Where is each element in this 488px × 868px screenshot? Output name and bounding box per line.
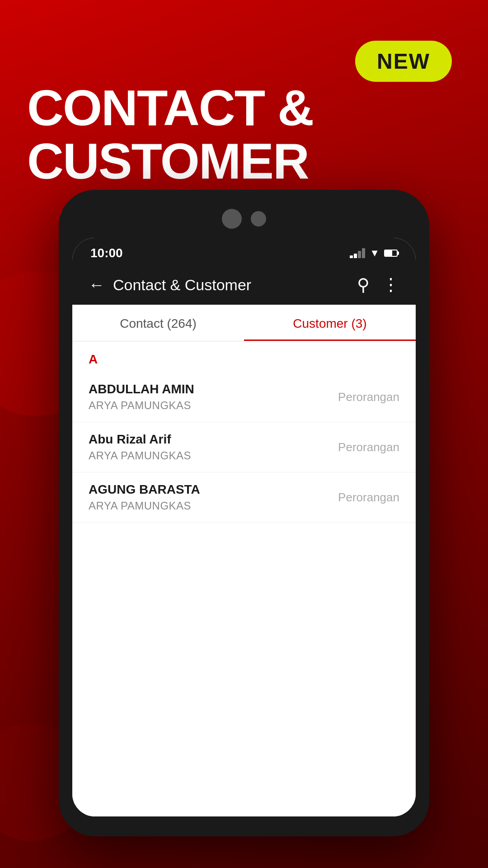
page-main-title: CONTACT & CUSTOMER	[27, 81, 488, 188]
status-bar: 10:00 ▼	[72, 238, 416, 265]
contact-item[interactable]: Abu Rizal Arif ARYA PAMUNGKAS Perorangan	[72, 422, 416, 472]
app-bar: ← Contact & Customer ⚲ ⋮	[72, 265, 416, 305]
app-bar-actions: ⚲ ⋮	[357, 275, 399, 295]
back-button[interactable]: ←	[89, 275, 105, 294]
status-icons: ▼	[350, 247, 398, 259]
phone-screen: 10:00 ▼ ← Contact & Customer ⚲	[72, 238, 416, 816]
phone-mockup: 10:00 ▼ ← Contact & Customer ⚲	[59, 190, 429, 836]
contact-sub: ARYA PAMUNGKAS	[89, 500, 200, 512]
phone-top-bar	[72, 203, 416, 238]
section-letter-a: A	[72, 341, 416, 372]
camera-main	[222, 209, 242, 229]
camera-front	[251, 211, 266, 226]
content-area: A ABDULLAH AMIN ARYA PAMUNGKAS Peroranga…	[72, 341, 416, 816]
contact-type: Perorangan	[338, 390, 399, 404]
contact-type: Perorangan	[338, 491, 399, 505]
contact-name: Abu Rizal Arif	[89, 432, 191, 447]
app-bar-left: ← Contact & Customer	[89, 275, 251, 294]
contact-sub: ARYA PAMUNGKAS	[89, 399, 194, 412]
battery-icon	[384, 250, 398, 257]
contact-type: Perorangan	[338, 440, 399, 454]
signal-icon	[350, 248, 365, 258]
contact-name: AGUNG BARASTA	[89, 482, 200, 497]
tab-customer[interactable]: Customer (3)	[244, 305, 416, 341]
tab-bar: Contact (264) Customer (3)	[72, 305, 416, 341]
new-badge: NEW	[355, 41, 452, 82]
contact-item[interactable]: ABDULLAH AMIN ARYA PAMUNGKAS Perorangan	[72, 372, 416, 422]
contact-sub: ARYA PAMUNGKAS	[89, 449, 191, 462]
contact-item[interactable]: AGUNG BARASTA ARYA PAMUNGKAS Perorangan	[72, 472, 416, 523]
status-time: 10:00	[90, 246, 123, 260]
contact-info: Abu Rizal Arif ARYA PAMUNGKAS	[89, 432, 191, 462]
wifi-icon: ▼	[370, 247, 380, 259]
app-bar-title: Contact & Customer	[113, 276, 251, 294]
contact-name: ABDULLAH AMIN	[89, 382, 194, 396]
contact-info: AGUNG BARASTA ARYA PAMUNGKAS	[89, 482, 200, 512]
tab-contact[interactable]: Contact (264)	[72, 305, 244, 341]
more-options-icon[interactable]: ⋮	[382, 275, 399, 295]
search-icon[interactable]: ⚲	[357, 275, 370, 295]
contact-info: ABDULLAH AMIN ARYA PAMUNGKAS	[89, 382, 194, 412]
